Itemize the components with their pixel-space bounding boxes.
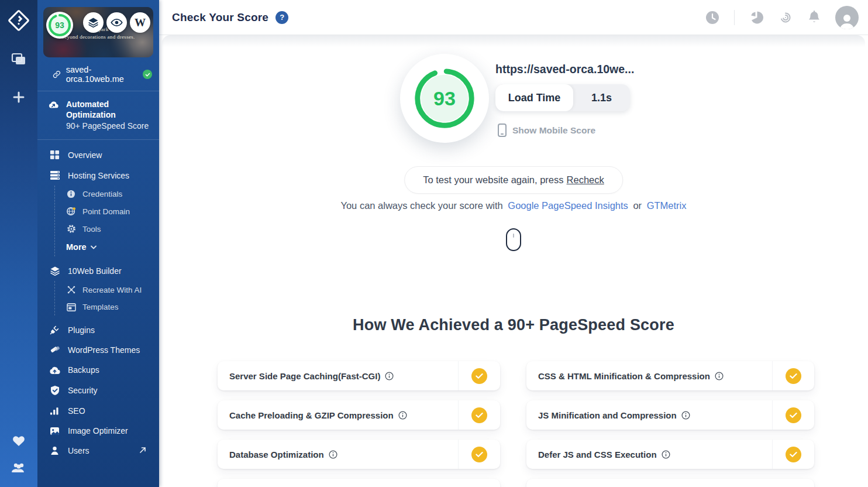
sidebar-item-wordpress-themes[interactable]: WordPress Themes: [37, 340, 159, 360]
builder-edit-icon[interactable]: [83, 12, 104, 33]
sidebar-item-users[interactable]: Users: [37, 441, 159, 461]
sidebar-item-automated-optimization[interactable]: Automated Optimization 90+ PageSpeed Sco…: [37, 91, 159, 139]
card-label: Server Side Page Caching(Fast-CGI): [229, 371, 380, 381]
user-avatar[interactable]: [835, 6, 859, 29]
preview-eye-icon[interactable]: [106, 12, 127, 33]
optimization-card: CSS & HTML Minification & Compression: [526, 361, 814, 390]
info-icon: [66, 190, 76, 198]
active-item-subtitle: 90+ PageSpeed Score: [66, 121, 152, 131]
app-rail: [0, 0, 37, 487]
optimization-card: JS Minification and Compression: [526, 400, 814, 430]
shield-icon: [49, 385, 60, 396]
info-icon[interactable]: [662, 450, 670, 459]
hosting-subgroup: Credentials Point Domain Tools More: [54, 186, 159, 256]
sidebar-item-credentials[interactable]: Credentials: [55, 186, 159, 203]
card-label: CSS & HTML Minification & Compression: [538, 371, 710, 381]
section-title: How We Achieved a 90+ PageSpeed Score: [159, 316, 868, 334]
topbar-divider: [734, 10, 735, 25]
sidebar-item-seo[interactable]: SEO: [37, 401, 159, 421]
info-icon[interactable]: [398, 411, 407, 420]
info-icon[interactable]: [681, 411, 690, 420]
alternative-check-line: You can always check your score with Goo…: [159, 200, 868, 211]
community-users-icon[interactable]: [11, 461, 27, 474]
image-icon: [49, 427, 60, 435]
sidebar-item-image-optimizer[interactable]: Image Optimizer: [37, 421, 159, 441]
card-label: Database Optimization: [229, 450, 324, 459]
info-icon[interactable]: [329, 450, 337, 459]
info-icon[interactable]: [715, 372, 724, 380]
template-icon: [66, 303, 76, 311]
builder-subgroup: Recreate With AI Templates: [54, 281, 159, 315]
add-website-icon[interactable]: [12, 90, 26, 107]
sidebar-item-recreate-with-ai[interactable]: Recreate With AI: [55, 281, 159, 299]
status-check-icon: [786, 368, 801, 384]
site-domain-link[interactable]: saved-orca.10web.me: [37, 57, 159, 91]
sidebar-item-plugins[interactable]: Plugins: [37, 320, 159, 340]
load-time-value: 1.1s: [573, 84, 630, 111]
optimization-card-partial: [218, 479, 500, 487]
active-item-title: Automated Optimization: [66, 99, 152, 120]
tenweb-logo-icon[interactable]: [8, 9, 30, 32]
sidebar-item-overview[interactable]: Overview: [37, 145, 159, 165]
domain-verified-icon: [143, 70, 152, 79]
paint-roller-icon: [49, 345, 60, 355]
sidebar-item-more[interactable]: More: [55, 238, 159, 256]
gear-icon: [66, 224, 76, 234]
wordpress-admin-icon[interactable]: W: [130, 12, 150, 33]
load-time-label: Load Time: [495, 84, 573, 111]
tested-url: https://saved-orca.10we...: [495, 63, 634, 76]
chevron-down-icon: [91, 244, 97, 251]
server-icon: [49, 170, 60, 180]
notifications-bell-icon[interactable]: [807, 10, 821, 25]
sidebar-item-10web-builder[interactable]: 10Web Builder: [37, 260, 159, 281]
score-badge-value: 93: [55, 20, 64, 30]
topbar: Check Your Score ?: [159, 0, 868, 35]
sidebar-item-label: Tools: [82, 225, 101, 234]
speed-arcs-icon[interactable]: [778, 10, 793, 25]
optimization-cloud-icon: [48, 99, 60, 111]
sidebar-item-hosting-services[interactable]: Hosting Services: [37, 165, 159, 186]
content-area: 93 https://saved-orca.10we... Load Time …: [159, 35, 868, 487]
external-link-arrow-icon: [139, 446, 146, 455]
gtmetrix-link[interactable]: GTMetrix: [647, 200, 687, 211]
history-clock-icon[interactable]: [705, 10, 720, 25]
grid-icon: [49, 150, 60, 160]
pagespeed-score-circle: 93: [400, 54, 489, 143]
sidebar-item-security[interactable]: Security: [37, 380, 159, 401]
plug-icon: [49, 325, 60, 335]
sidebar-item-label: Point Domain: [82, 207, 130, 216]
info-icon[interactable]: [385, 372, 394, 380]
optimization-card: Cache Preloading & GZIP Compression: [218, 400, 500, 430]
help-icon[interactable]: ?: [275, 11, 288, 24]
scroll-down-mouse-icon: [506, 228, 521, 251]
sidebar-item-tools[interactable]: Tools: [55, 220, 159, 238]
sidebar-item-label: 10Web Builder: [68, 266, 122, 276]
status-check-icon: [786, 407, 801, 423]
or-text: or: [633, 200, 642, 211]
recheck-link[interactable]: Recheck: [567, 174, 604, 185]
status-check-icon: [786, 447, 801, 462]
google-pagespeed-link[interactable]: Google PageSpeed Insights: [508, 200, 628, 211]
websites-icon[interactable]: [11, 53, 26, 69]
sidebar-item-label: Security: [68, 386, 98, 395]
show-mobile-score-label: Show Mobile Score: [512, 125, 595, 136]
recheck-banner: To test your website again, pressRecheck: [404, 166, 623, 194]
sidebar-item-label: Plugins: [68, 325, 95, 335]
sidebar-item-templates[interactable]: Templates: [55, 299, 159, 315]
mobile-phone-icon: [498, 124, 507, 137]
sidebar-item-backups[interactable]: Backups: [37, 360, 159, 380]
sidebar-item-point-domain[interactable]: Point Domain: [55, 203, 159, 220]
sidebar-item-label: Hosting Services: [68, 171, 129, 180]
favorites-heart-icon[interactable]: [12, 434, 26, 447]
sidebar-nav: Overview Hosting Services Credentials Po…: [37, 140, 159, 461]
optimization-cards-grid: Server Side Page Caching(Fast-CGI) CSS &…: [218, 361, 814, 487]
layers-icon: [49, 266, 60, 276]
sidebar-item-label: Users: [68, 446, 89, 455]
globe-icon: [66, 207, 76, 216]
site-preview-thumbnail: the spark beyond decorations and dresses…: [43, 7, 153, 57]
load-time-pill: Load Time 1.1s: [495, 84, 630, 111]
show-mobile-score-toggle[interactable]: Show Mobile Score: [498, 124, 595, 137]
usage-pie-icon[interactable]: [749, 10, 764, 25]
status-check-icon: [471, 407, 487, 423]
user-icon: [49, 446, 60, 455]
